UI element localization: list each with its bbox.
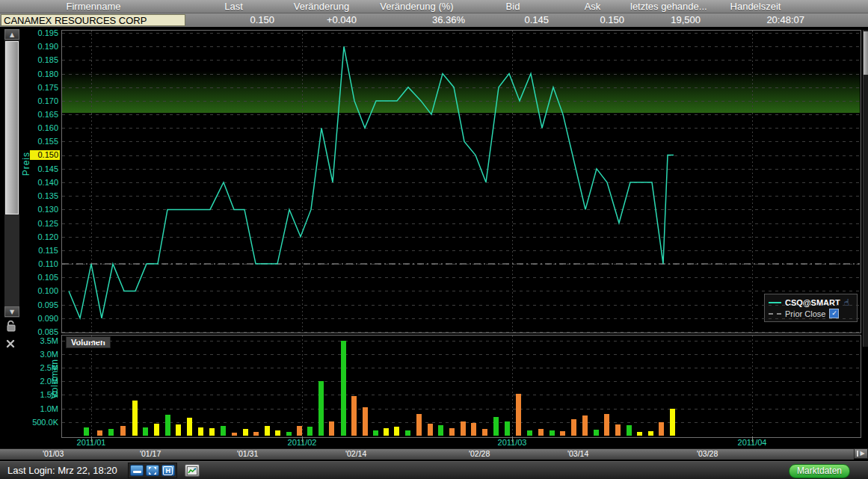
prior-close-checkbox[interactable]: ✓	[829, 309, 839, 318]
scroll-up-button[interactable]: ▲	[4, 29, 19, 40]
marktdaten-button[interactable]: Marktdaten	[789, 464, 850, 478]
price-tick-label: 0.140	[22, 178, 58, 187]
volume-bar	[209, 428, 215, 436]
col-header-last[interactable]: Last	[187, 0, 280, 13]
col-header-ask[interactable]: Ask	[555, 0, 630, 13]
price-tick-label: 0.185	[22, 55, 58, 64]
price-gridline	[62, 182, 860, 183]
time-scroll-label: '01/17	[140, 449, 161, 458]
quote-row[interactable]: CANAMEX RESOURCES CORP 0.150 +0.040 36.3…	[0, 13, 868, 27]
volume-bar	[550, 430, 555, 436]
month-gridline	[302, 336, 303, 436]
right-scrollbar-thumb[interactable]	[864, 31, 868, 75]
legend-series-row[interactable]: CSQ@SMART ☝	[769, 297, 853, 308]
resize-arrows-icon[interactable]	[146, 465, 159, 476]
volume-tick-label: 3.5M	[22, 336, 58, 345]
bid-value: 0.145	[471, 13, 555, 27]
scroll-down-button[interactable]: ▼	[4, 306, 19, 317]
month-gridline	[512, 31, 513, 331]
volume-bar	[363, 407, 368, 436]
col-header-veraenderung-pct[interactable]: Veränderung (%)	[363, 0, 471, 13]
change-value: +0.040	[280, 13, 363, 27]
left-scrollbar-thumb[interactable]	[5, 41, 19, 214]
volume-bar	[165, 415, 170, 436]
volume-bar	[351, 396, 357, 436]
volume-bar	[176, 424, 181, 436]
close-icon[interactable]	[6, 338, 15, 351]
volume-tick-label: 3.0M	[22, 350, 58, 359]
price-gridline	[62, 74, 860, 75]
volume-bar	[154, 424, 159, 436]
month-tick	[91, 436, 92, 442]
change-pct-value: 36.36%	[363, 13, 471, 27]
volume-bar	[232, 433, 237, 436]
price-tick-label: 0.145	[22, 164, 58, 173]
month-gridline	[752, 31, 753, 331]
price-gridline	[62, 250, 860, 251]
volume-bar	[582, 415, 588, 436]
volume-gridline	[62, 409, 860, 410]
col-header-firmenname[interactable]: Firmenname	[0, 0, 187, 13]
price-tick-label: 0.175	[22, 83, 58, 92]
col-header-letztes-gehandelt[interactable]: letztes gehande...	[630, 0, 707, 13]
price-gridline	[62, 237, 860, 238]
volume-bar	[516, 394, 521, 436]
volume-bar	[482, 429, 487, 436]
company-name-field[interactable]: CANAMEX RESOURCES CORP	[1, 14, 185, 26]
col-header-veraenderung[interactable]: Veränderung	[280, 0, 363, 13]
time-scroll-label: '03/14	[567, 449, 588, 458]
chart-region: Preis Volumen Volumen CSQ@SMART ☝ Prior …	[0, 28, 868, 461]
price-band	[62, 71, 860, 113]
last-size-value: 19,500	[630, 13, 707, 27]
price-tick-label: 0.115	[22, 246, 58, 255]
scroll-right-button[interactable]: ▶	[854, 448, 868, 459]
volume-tick-label: 500.0K	[22, 418, 58, 427]
last-value: 0.150	[187, 13, 280, 27]
price-gridline	[62, 305, 860, 306]
volume-bar	[627, 425, 632, 436]
volume-bar	[604, 414, 609, 436]
volume-bar	[243, 429, 248, 436]
volume-panel-label: Volumen	[66, 336, 111, 348]
time-scroll-label: '01/31	[237, 449, 258, 458]
left-scrollbar[interactable]: ▲ ▼	[4, 29, 19, 318]
time-scrollbar[interactable]	[0, 448, 854, 460]
volume-bar	[297, 426, 302, 436]
price-tick-label: 0.100	[22, 286, 58, 295]
h-icon[interactable]: H	[161, 465, 175, 476]
right-scrollbar[interactable]	[863, 30, 868, 347]
volume-bar	[265, 426, 270, 436]
time-scroll-label: '02/28	[469, 449, 490, 458]
trade-time-value: 20:48:07	[707, 13, 868, 27]
price-gridline	[62, 209, 860, 210]
price-gridline	[62, 277, 860, 278]
price-tick-label: 0.170	[22, 96, 58, 105]
volume-bar	[275, 430, 280, 436]
volume-gridline	[62, 368, 860, 368]
price-gridline	[62, 318, 860, 319]
window-bar-icon[interactable]	[130, 465, 144, 476]
volume-gridline	[62, 341, 860, 342]
price-gridline	[62, 223, 860, 224]
volume-bar	[471, 423, 476, 436]
price-gridline	[62, 196, 860, 197]
volume-bar	[538, 429, 544, 436]
prior-close-label: Prior Close	[785, 309, 825, 318]
last-price-tag: 0.150	[30, 150, 60, 160]
volume-bar	[394, 427, 399, 436]
right-arrow-icon: ▶	[860, 451, 864, 457]
chart-icon[interactable]	[185, 464, 200, 477]
volume-bar	[307, 427, 313, 436]
col-header-bid[interactable]: Bid	[471, 0, 555, 13]
col-header-handelszeit[interactable]: Handelszeit	[707, 0, 868, 13]
last-login-text: Last Login: Mrz 22, 18:20	[7, 465, 117, 476]
volume-bar	[571, 419, 576, 436]
legend-prior-row: Prior Close ✓	[769, 308, 853, 319]
volume-bar	[120, 426, 126, 436]
volume-bar	[461, 421, 466, 436]
unlock-icon[interactable]	[6, 320, 16, 335]
time-scroll-label: '01/03	[43, 449, 64, 458]
volume-bar	[286, 432, 292, 436]
price-tick-label: 0.135	[22, 191, 58, 200]
price-tick-label: 0.195	[22, 28, 58, 37]
